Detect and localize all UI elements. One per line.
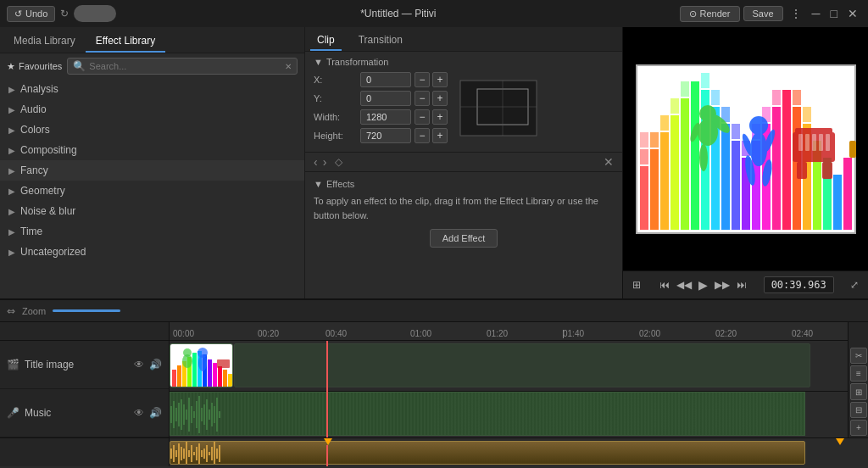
layout-button[interactable]: ⊞	[630, 278, 643, 292]
minimize-button[interactable]: ─	[809, 5, 824, 22]
timeline-ungroup-button[interactable]: ⊟	[850, 402, 867, 418]
audio-track-header: 🎤 Music 👁 🔊	[0, 389, 169, 437]
svg-rect-107	[183, 448, 185, 459]
svg-rect-102	[170, 448, 172, 459]
maximize-button[interactable]: □	[827, 5, 841, 22]
search-input[interactable]	[89, 61, 285, 71]
y-input[interactable]	[360, 91, 411, 106]
fullscreen-button[interactable]: ⤢	[848, 278, 861, 292]
playhead-triangle	[324, 438, 332, 445]
svg-rect-113	[198, 443, 200, 464]
audio-visibility-button[interactable]: 👁	[134, 407, 144, 419]
x-input[interactable]	[360, 72, 411, 87]
svg-rect-35	[793, 90, 801, 105]
svg-rect-95	[203, 404, 205, 425]
svg-rect-9	[650, 132, 659, 148]
play-button[interactable]: ▶	[696, 277, 710, 292]
audio-clip[interactable]: {"bars": 150}	[170, 392, 805, 436]
music-waveform-clip[interactable]	[170, 441, 805, 465]
width-label: Width:	[314, 112, 360, 122]
effects-info-text: To apply an effect to the clip, drag it …	[314, 194, 614, 222]
timeline-add-button[interactable]: +	[850, 420, 867, 436]
y-decrease-button[interactable]: −	[415, 91, 430, 106]
expand-icon: ▶	[8, 166, 15, 176]
time-mark-8: 02:40	[792, 329, 813, 338]
svg-rect-115	[203, 448, 205, 459]
height-label: Height:	[314, 131, 360, 141]
y-increase-button[interactable]: +	[432, 91, 448, 106]
next-frame-button[interactable]: ▶▶	[712, 278, 732, 292]
height-property: Height: − +	[314, 128, 448, 143]
undo-button[interactable]: ↺ Undo	[7, 6, 55, 22]
tab-effect-library[interactable]: Effect Library	[86, 31, 165, 53]
render-button[interactable]: ⊙ Render	[680, 6, 739, 22]
category-geometry[interactable]: ▶ Geometry	[0, 181, 304, 201]
category-noise-blur[interactable]: ▶ Noise & blur	[0, 201, 304, 221]
height-increase-button[interactable]: +	[432, 128, 448, 143]
audio-track-lane: {"bars": 150}	[170, 392, 848, 437]
svg-point-80	[198, 348, 208, 358]
timeline-group-button[interactable]: ⊞	[850, 383, 867, 399]
ruler-spacer	[0, 322, 169, 341]
video-mute-button[interactable]: 🔊	[149, 359, 162, 370]
transform-preview-svg	[456, 76, 541, 140]
prev-frame-button[interactable]: ◀◀	[674, 278, 694, 292]
tab-clip[interactable]: Clip	[310, 31, 342, 51]
category-uncategorized[interactable]: ▶ Uncategorized	[0, 242, 304, 262]
category-name: Fancy	[20, 164, 48, 176]
svg-rect-32	[772, 90, 781, 105]
timeline-align-button[interactable]: ≡	[850, 365, 867, 382]
menu-button[interactable]: ⋮	[787, 5, 805, 22]
y-controls: − +	[415, 91, 448, 106]
x-increase-button[interactable]: +	[432, 72, 448, 87]
width-decrease-button[interactable]: −	[415, 109, 430, 125]
svg-rect-114	[201, 450, 203, 457]
category-time[interactable]: ▶ Time	[0, 221, 304, 242]
close-button[interactable]: ✕	[844, 5, 861, 22]
category-colors[interactable]: ▶ Colors	[0, 120, 304, 140]
main-area: Media Library Effect Library ★ Favourite…	[0, 27, 868, 298]
height-decrease-button[interactable]: −	[415, 128, 430, 143]
category-compositing[interactable]: ▶ Compositing	[0, 140, 304, 160]
time-mark-6: 02:00	[639, 329, 660, 338]
tab-transition[interactable]: Transition	[352, 31, 409, 51]
height-input[interactable]	[360, 128, 411, 143]
category-name: Uncategorized	[20, 246, 86, 258]
save-button[interactable]: Save	[743, 6, 783, 21]
effects-section: ▼ Effects To apply an effect to the clip…	[305, 172, 622, 254]
category-analysis[interactable]: ▶ Analysis	[0, 79, 304, 99]
tab-media-library[interactable]: Media Library	[3, 31, 86, 53]
time-mark-3: 01:00	[410, 329, 431, 338]
svg-rect-12	[670, 115, 679, 230]
video-visibility-button[interactable]: 👁	[134, 359, 144, 370]
skip-start-button[interactable]: ⏮	[657, 278, 672, 292]
svg-rect-10	[660, 132, 669, 230]
collapse-icon[interactable]: ▼	[314, 57, 323, 67]
skip-end-button[interactable]: ⏭	[734, 278, 749, 292]
width-input[interactable]	[360, 109, 411, 125]
category-audio[interactable]: ▶ Audio	[0, 99, 304, 120]
bottom-track-content	[170, 438, 848, 466]
favourites-button[interactable]: ★ Favourites	[7, 61, 62, 72]
track-headers: 🎬 Title image 👁 🔊 🎤 Music 👁 🔊	[0, 322, 170, 437]
prev-button[interactable]: ‹	[314, 155, 318, 169]
svg-rect-87	[183, 404, 185, 425]
svg-rect-111	[193, 452, 195, 455]
svg-rect-82	[170, 406, 172, 423]
next-button[interactable]: ›	[323, 155, 327, 169]
timeline-cut-button[interactable]: ✂	[850, 348, 867, 364]
time-mark-7: 02:20	[715, 329, 737, 338]
svg-rect-5	[640, 166, 648, 230]
clear-search-icon[interactable]: ✕	[285, 62, 292, 71]
zoom-slider[interactable]	[53, 309, 120, 312]
width-increase-button[interactable]: +	[432, 109, 448, 125]
video-clip[interactable]	[170, 343, 233, 387]
audio-mute-button[interactable]: 🔊	[149, 407, 162, 419]
close-nav-button[interactable]: ✕	[604, 155, 614, 169]
panel-tabs: Media Library Effect Library	[0, 27, 304, 53]
x-decrease-button[interactable]: −	[415, 72, 430, 87]
add-effect-button[interactable]: Add Effect	[430, 229, 498, 248]
svg-rect-76	[228, 374, 232, 387]
collapse-effects-icon[interactable]: ▼	[314, 179, 323, 189]
category-fancy[interactable]: ▶ Fancy	[0, 160, 304, 181]
